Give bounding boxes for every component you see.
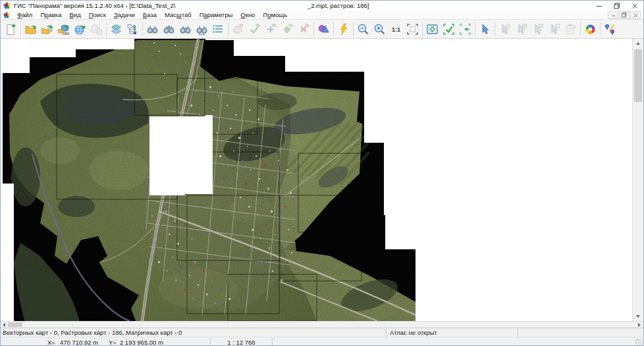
find-by-name-button[interactable]: a (161, 21, 177, 37)
menu-item-database[interactable]: База (139, 11, 161, 20)
mdi-close-icon (633, 13, 638, 18)
open-from-geoportal-icon (74, 23, 86, 36)
find-advanced-icon: ... (179, 23, 192, 36)
layers-list-button[interactable] (108, 21, 124, 37)
toolbar-separator (333, 22, 334, 36)
pointer-button[interactable] (477, 21, 493, 37)
select-add-button[interactable] (263, 21, 279, 37)
mdi-window-controls (608, 11, 641, 19)
new-map-button[interactable] (3, 21, 19, 37)
toolbar-separator (313, 22, 314, 36)
status-bar-coordinates: X= 470 710.92 m Y= 2 193 965.00 m 1 : 12… (1, 337, 643, 346)
status-spacer (273, 337, 643, 346)
open-map-icon (24, 23, 37, 36)
mdi-restore-button[interactable] (619, 11, 630, 19)
open-from-server-button[interactable] (39, 21, 55, 37)
copy-attributes-button[interactable]: a (562, 21, 579, 37)
scroll-down-button[interactable] (633, 312, 643, 321)
scroll-right-button[interactable] (636, 322, 643, 328)
map-legend-button[interactable] (124, 21, 141, 37)
toolbar-separator (106, 22, 107, 36)
select-object-icon (281, 23, 294, 36)
pointer-icon (479, 23, 491, 36)
zoom-frame-button[interactable] (404, 21, 421, 37)
find-object-button[interactable] (144, 21, 161, 37)
scroll-up-button[interactable] (633, 39, 643, 48)
status-bar-maps: Векторных карт - 0, Растровых карт - 186… (1, 328, 643, 337)
svg-text:1:1: 1:1 (392, 26, 400, 33)
find-by-name-icon: a (163, 23, 175, 36)
minimize-button[interactable] (590, 1, 608, 11)
menu-item-help[interactable]: Помощь (259, 11, 291, 20)
select-polygon-button[interactable] (230, 21, 246, 37)
close-button[interactable] (626, 1, 643, 11)
previous-view-button[interactable] (457, 21, 473, 37)
objects-list-button[interactable] (210, 21, 227, 37)
select-add-icon (265, 23, 277, 36)
mdi-close-button[interactable] (630, 11, 641, 19)
select-object-button[interactable] (279, 21, 296, 37)
route-editor-icon (604, 23, 616, 36)
zoom-in-button[interactable] (371, 21, 388, 37)
minimize-icon (596, 3, 603, 9)
menu-item-search[interactable]: Поиск (85, 11, 110, 20)
document-logo-icon (3, 12, 10, 18)
restore-button[interactable] (608, 1, 626, 11)
menu-item-parameters[interactable]: Параметры (196, 11, 237, 20)
zoom-1-1-button[interactable]: 1:1 (388, 21, 404, 37)
scroll-left-button[interactable] (1, 322, 7, 328)
mdi-minimize-icon (611, 13, 616, 18)
toolbar-separator (580, 22, 581, 36)
horizontal-scrollbar[interactable] (1, 321, 643, 328)
resize-grip[interactable] (635, 339, 643, 346)
toolbar-separator (600, 22, 601, 36)
close-icon (631, 3, 638, 9)
pointer-map-button[interactable] (513, 21, 529, 37)
menu-item-view[interactable]: Вид (65, 11, 84, 20)
pointer-table-button[interactable] (529, 21, 546, 37)
open-from-database-button[interactable]: DBM (55, 21, 72, 37)
pointer-globe-button[interactable] (496, 21, 513, 37)
menu-item-file[interactable]: Файл (13, 11, 36, 20)
map-window-button[interactable] (424, 21, 441, 37)
zoom-in-icon (373, 23, 386, 36)
application-window: ГИС "Панорама" версия 15.1.2.40 x64 - [E… (0, 0, 644, 346)
new-map-icon (5, 23, 17, 36)
open-from-geoportal-button[interactable] (72, 21, 88, 37)
open-internet-list-button[interactable] (88, 21, 105, 37)
mdi-minimize-button[interactable] (608, 11, 618, 19)
fast-launch-button[interactable] (335, 21, 352, 37)
color-palette-button[interactable] (582, 21, 599, 37)
view-3d-button[interactable] (315, 21, 332, 37)
confirm-frame-button[interactable] (441, 21, 457, 37)
horizontal-scroll-thumb[interactable] (8, 322, 22, 327)
vertical-scroll-thumb[interactable] (634, 49, 642, 102)
window-title: ГИС "Панорама" версия 15.1.2.40 x64 - [E… (14, 2, 175, 9)
select-delete-button[interactable] (296, 21, 312, 37)
toolbar-separator (20, 22, 21, 36)
open-from-database-icon: DBM (57, 23, 70, 36)
restore-icon (614, 3, 620, 9)
find-object-icon (146, 23, 159, 36)
menu-item-tasks[interactable]: Задачи (110, 11, 139, 20)
menu-item-edit[interactable]: Правка (36, 11, 65, 20)
select-confirm-button[interactable] (246, 21, 263, 37)
open-map-button[interactable] (22, 21, 39, 37)
vertical-scrollbar[interactable] (632, 39, 643, 321)
find-selection-button[interactable] (194, 21, 210, 37)
select-confirm-icon (248, 23, 261, 36)
find-advanced-button[interactable]: ... (177, 21, 194, 37)
status-spacer (518, 328, 643, 337)
color-palette-icon (584, 23, 597, 36)
menu-bar: ФайлПравкаВидПоискЗадачиБазаМасштабПарам… (1, 11, 643, 20)
menu-item-window[interactable]: Окно (236, 11, 259, 20)
zoom-out-button[interactable] (355, 21, 371, 37)
toolbar-separator (495, 22, 495, 36)
menu-item-scale[interactable]: Масштаб (161, 11, 196, 20)
svg-text:DBM: DBM (63, 32, 69, 35)
route-editor-button[interactable] (602, 21, 618, 37)
toolbar-separator (228, 22, 228, 36)
toolbar-separator (475, 22, 475, 36)
pointer-panel-button[interactable] (546, 21, 562, 37)
map-canvas[interactable] (1, 39, 633, 321)
